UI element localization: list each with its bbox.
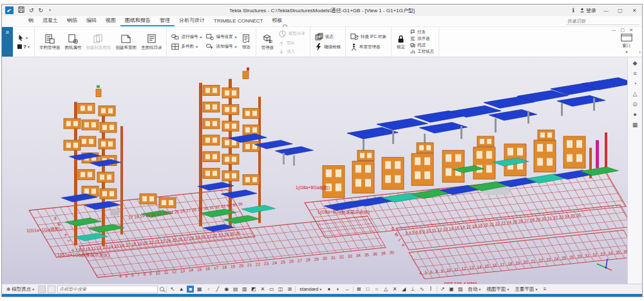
drawing-properties-button[interactable]: 图纸属性 [64,33,81,51]
organizer-icon [262,33,273,44]
reports-button[interactable]: 报告 [241,33,251,50]
assembly-drawing-button[interactable]: 多件图▾ [171,43,202,50]
select-edges-icon[interactable]: ╱ [214,286,221,293]
settings-pane-icon[interactable]: ⊙ [632,102,638,107]
tasks-button[interactable]: 任务 [410,30,434,35]
tab-trimble-connect[interactable]: TRIMBLE CONNECT [209,17,267,26]
snap-endpoint-icon[interactable]: ⊠ [355,286,363,293]
select-all-icon[interactable]: ■ [187,286,194,293]
tab-edit[interactable]: 编辑 [82,15,101,26]
save-button[interactable] [18,6,24,14]
snap-free-icon[interactable]: ↔ [344,286,351,293]
master-drawing-catalog-button[interactable]: 主图纸目录 [141,33,162,51]
model-search-input[interactable] [57,286,158,293]
select-plane-icon[interactable]: ◩ [250,286,257,293]
minimize-button[interactable]: — [601,8,611,14]
redo-button[interactable]: ↻ [39,8,44,14]
select-views-icon[interactable]: ▥ [241,286,248,293]
select-points-icon[interactable]: ◉ [223,286,230,293]
lock-button[interactable]: 锁定 [396,34,406,50]
selection-filter-dropdown[interactable]: standard▾ [298,286,323,292]
tab-manage[interactable]: 管理 [155,15,175,26]
close-button[interactable]: ✕ [630,8,639,14]
convert-ifc-button[interactable]: 转换 IFC 对象 [350,33,386,41]
restore-button[interactable]: ▢ [616,8,625,14]
create-ga-drawing-button[interactable]: 创建布置图 [115,33,137,51]
ribbon-collapse-chevron[interactable]: › [639,49,641,55]
render-pane-icon[interactable]: ● [633,112,636,118]
snapshot-pane-icon[interactable]: △ [633,91,638,97]
tab-drawings-reports[interactable]: 图纸和报告 [120,15,155,26]
statusbar-more-icon[interactable]: ≡ [542,286,549,293]
perform-numbering-button[interactable]: 运行编号▾ [171,33,202,41]
select-parts-icon[interactable]: ▭ [268,286,275,293]
snap-nearest-icon[interactable]: ⊥ [410,286,417,293]
info-icon[interactable]: ℹ [573,8,574,14]
view-close-button[interactable]: ✕ [629,28,633,33]
snap-perpendicular-icon[interactable]: ✕ [392,286,399,293]
snap-reference-icon[interactable]: ◐ [335,286,342,293]
select-cursor-icon[interactable]: ↖ [169,286,176,293]
select-objects-icon[interactable]: ▫ [205,286,212,293]
work-plane-dropdown[interactable]: 主要平面▾ [513,286,540,293]
applications-pane-icon[interactable]: ▦ [632,122,638,128]
snap-points-icon[interactable]: ● [326,286,333,293]
select-welds-icon[interactable]: ⊞ [286,286,293,293]
lock-group: 锁定 任务 排序器 托运 工程状态 [392,27,439,57]
select-cuts-icon[interactable]: ✕ [259,286,266,293]
select-assemblies-icon[interactable]: ◫ [277,286,284,293]
snap-center-icon[interactable]: □ [365,286,372,293]
login-button[interactable]: 登录 [580,7,596,14]
tab-analysis-design[interactable]: 分析与设计 [175,15,209,26]
model-viewport[interactable]: 1(G1a+1Ga视图) 1(G1a+1Ga标准层示意区) 1(G8a+8Ga视… [2,57,627,284]
read-in-button[interactable]: 读入 [278,49,305,55]
model-search-icon[interactable] [160,287,164,291]
select-grids-icon[interactable]: ▤ [232,286,239,293]
history-button[interactable]: ◔ [48,8,51,14]
quick-launch-input[interactable] [566,17,639,25]
snap-extension-icon[interactable]: ◢ [401,286,408,293]
origin-next-button[interactable] [48,286,55,293]
origin-selector[interactable]: ⊕ 模型原点 ▾ [5,286,36,293]
snap-any-icon[interactable]: Ⅰ [428,286,435,293]
lotting-button[interactable]: 托运 [410,42,434,48]
properties-pane-icon[interactable]: ≡ [633,71,636,77]
model-sharing-button[interactable]: 模型共享 [278,30,305,38]
add-numbering-button[interactable]: 添加编号▾ [206,43,236,50]
organizer-button[interactable]: 管理器 [261,33,274,51]
create-fabrication-drawings-button[interactable]: 创建制造图纸 [86,33,111,51]
snap-intersection-icon[interactable]: △ [383,286,390,293]
tab-rebar[interactable]: 钢筋 [62,15,82,26]
select-filter-icon[interactable]: ▲ [178,286,185,293]
read-in-icon [278,49,285,55]
select-components-icon[interactable]: ▦ [196,286,203,293]
snap-auto-dropdown[interactable]: 自动▾ [466,286,483,293]
snap-depth-icon[interactable]: ▣ [448,286,455,293]
snap-midpoint-icon[interactable]: ○ [374,286,381,293]
view-plane-dropdown[interactable]: 视图平面▾ [485,286,511,293]
tab-steel[interactable]: 钢 [24,15,38,26]
snap-override-icon[interactable]: ↗ [439,286,446,293]
history-pane-icon[interactable]: ◔ [633,81,636,87]
window-panel-button[interactable]: 窗口 ▾ [620,33,633,54]
pointer-help-icon[interactable]: ◆ [633,60,638,66]
project-status-button[interactable]: 工程状态 [410,49,434,55]
snap-line-icon[interactable]: ∿ [419,286,426,293]
snap-ortho-icon[interactable]: ▨ [457,286,464,293]
clash-check-button[interactable]: 碰撞校核 [315,43,341,51]
write-out-button[interactable]: 写出 [278,41,305,46]
document-manager-button[interactable]: 文档管理器 [39,33,61,51]
sequencer-button[interactable]: 排序器 [410,36,434,42]
undo-button[interactable]: ↺ [29,8,34,14]
layout-manager-button[interactable]: 布置管理器 [350,43,386,51]
view-minimize-button[interactable]: — [612,28,616,33]
origin-prev-button[interactable] [38,286,46,293]
view-restore-button[interactable]: ▢ [621,28,625,33]
tab-concrete[interactable]: 混凝土 [38,15,62,26]
numbering-settings-button[interactable]: 编号设置▾ [206,33,236,41]
tab-view[interactable]: 视图 [101,15,120,26]
phases-button[interactable]: 状态 [315,33,341,41]
pointer-tool[interactable]: ▾ [17,34,30,41]
file-menu-tab[interactable]: ≡ [2,27,13,57]
selection-mode-tool[interactable]: ? ▾ [17,44,30,50]
